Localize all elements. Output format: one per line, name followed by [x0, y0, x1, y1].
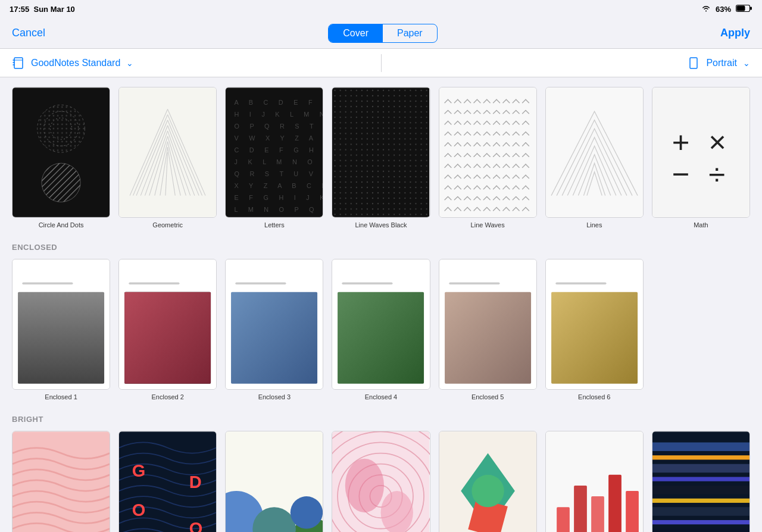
svg-rect-299 [626, 491, 639, 532]
enclosed-section-grid: Enclosed 1 [12, 259, 750, 400]
svg-rect-297 [591, 496, 604, 532]
list-item[interactable] [225, 431, 323, 532]
cover-label: Enclosed 5 [471, 393, 504, 400]
svg-rect-301 [652, 443, 749, 452]
list-item[interactable]: Enclosed 3 [225, 259, 323, 400]
svg-point-293 [471, 475, 504, 507]
cover-thumb-enclosed-4 [332, 259, 430, 390]
cover-thumb-circle-dots [12, 87, 110, 218]
cover-thumb-bright-1 [12, 431, 110, 532]
list-item[interactable]: Enclosed 2 [118, 259, 217, 400]
cover-thumb-enclosed-6 [545, 259, 644, 390]
cover-label: Lines [586, 221, 602, 229]
svg-rect-1 [750, 7, 752, 10]
svg-rect-298 [608, 475, 622, 532]
cover-paper-tabs: Cover Paper [328, 24, 437, 43]
svg-point-288 [345, 459, 384, 513]
cover-thumb-bright-5 [439, 431, 537, 532]
cover-thumb-enclosed-2 [118, 259, 217, 390]
svg-rect-302 [652, 456, 749, 460]
cover-thumb-geometric [118, 87, 217, 218]
svg-rect-307 [652, 508, 749, 517]
notebook-style-selector[interactable]: GoodNotes Standard ⌄ [12, 57, 381, 70]
tab-paper[interactable]: Paper [383, 24, 437, 42]
svg-rect-246 [18, 265, 104, 292]
cover-thumb-bright-2: G D O O [118, 431, 217, 532]
status-bar: 17:55 Sun Mar 10 63% [0, 0, 762, 18]
list-item[interactable] [652, 431, 750, 532]
list-item[interactable] [545, 431, 644, 532]
cover-thumb-bright-4 [332, 431, 430, 532]
svg-point-279 [291, 496, 323, 528]
cover-label: Enclosed 6 [578, 393, 610, 400]
bright-section-grid: G D O O [12, 431, 750, 532]
list-item[interactable] [439, 431, 537, 532]
svg-rect-242 [546, 87, 643, 217]
cover-label: Geometric [152, 221, 183, 229]
cover-label: Enclosed 4 [365, 393, 397, 400]
list-item[interactable]: G D O O [118, 431, 217, 532]
list-item[interactable]: Enclosed 6 [545, 259, 644, 400]
list-item[interactable]: Enclosed 4 [332, 259, 430, 400]
svg-rect-255 [231, 265, 317, 292]
notebook-icon [12, 57, 25, 70]
list-item[interactable]: Line Waves Black [332, 87, 430, 229]
svg-rect-259 [338, 265, 424, 292]
list-item[interactable] [332, 431, 430, 532]
cover-thumb-enclosed-1 [12, 259, 110, 390]
list-item[interactable]: Lines [545, 87, 644, 229]
chevron-down-icon: ⌄ [126, 58, 133, 68]
cover-label: Math [694, 221, 708, 229]
svg-rect-269 [551, 292, 638, 384]
section-label-enclosed: ENCLOSED [12, 243, 750, 252]
svg-rect-253 [124, 292, 211, 384]
selector-bar: GoodNotes Standard ⌄ Portrait ⌄ [0, 49, 762, 77]
notebook-style-label: GoodNotes Standard [31, 58, 120, 68]
list-item[interactable]: A B C D E F G H I J K L M N O P Q R S T … [225, 87, 323, 229]
list-item[interactable]: Enclosed 5 [439, 259, 537, 400]
svg-rect-250 [124, 265, 211, 292]
list-item[interactable]: Geometric [118, 87, 217, 229]
list-item[interactable]: Circle And Dots [12, 87, 110, 229]
svg-rect-263 [445, 265, 531, 292]
orientation-selector[interactable]: Portrait ⌄ [382, 57, 751, 70]
cover-label: Enclosed 3 [258, 393, 291, 400]
wifi-icon [701, 5, 711, 14]
orientation-label: Portrait [706, 58, 737, 68]
list-item[interactable] [12, 431, 110, 532]
battery-percent: 63% [716, 5, 731, 14]
apply-button[interactable]: Apply [720, 27, 750, 39]
battery-icon [736, 4, 752, 14]
cover-thumb-letters: A B C D E F G H I J K L M N O P Q R S T … [225, 87, 323, 218]
svg-point-17 [42, 163, 80, 202]
list-item[interactable]: Line Waves [439, 87, 537, 229]
toolbar: Cancel Cover Paper Apply [0, 18, 762, 49]
cover-label: Letters [264, 221, 285, 229]
status-indicators: 63% [701, 4, 752, 14]
svg-rect-8 [690, 58, 697, 68]
svg-rect-248 [18, 292, 104, 384]
cover-gallery: Circle And Dots [0, 77, 762, 532]
svg-rect-308 [652, 520, 749, 524]
cover-thumb-lw [439, 87, 537, 218]
tab-cover[interactable]: Cover [329, 24, 383, 42]
cover-label: Enclosed 1 [45, 393, 77, 400]
svg-rect-305 [652, 486, 749, 495]
cover-label: Line Waves Black [355, 221, 407, 229]
svg-rect-265 [445, 292, 531, 384]
cover-thumb-lwblack [332, 87, 430, 218]
svg-rect-2 [737, 5, 745, 11]
svg-rect-40 [332, 87, 429, 217]
svg-rect-257 [231, 292, 317, 384]
default-section-grid: Circle And Dots [12, 87, 750, 229]
svg-point-14 [38, 105, 85, 152]
svg-rect-309 [652, 529, 749, 532]
section-label-bright: BRIGHT [12, 415, 750, 424]
list-item[interactable]: Enclosed 1 [12, 259, 110, 400]
cancel-button[interactable]: Cancel [12, 27, 45, 39]
orientation-icon [687, 57, 700, 70]
cover-label: Line Waves [471, 221, 505, 229]
list-item[interactable]: + × − ÷ Math [652, 87, 750, 229]
cover-label: Enclosed 2 [151, 393, 183, 400]
svg-rect-295 [557, 508, 570, 532]
